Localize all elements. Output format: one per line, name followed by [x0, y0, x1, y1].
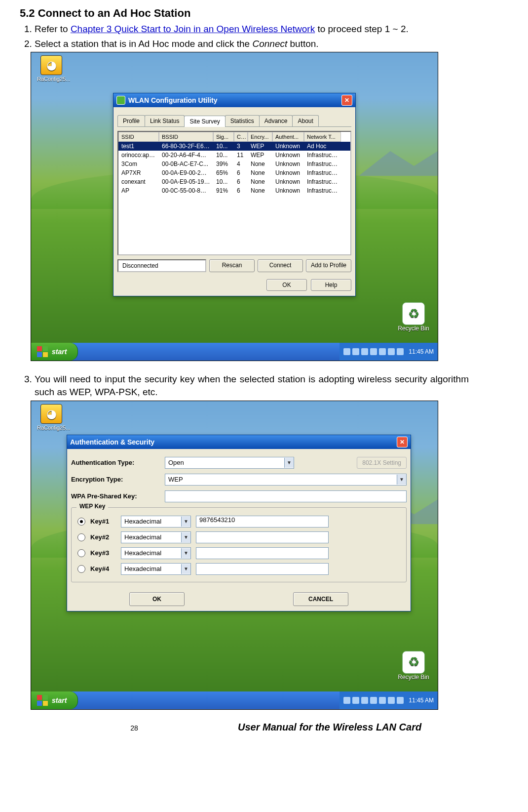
tray-icon[interactable]: [361, 348, 368, 355]
tray-icon[interactable]: [397, 697, 404, 704]
cell-ssid: test1: [118, 142, 159, 151]
tab-advance[interactable]: Advance: [259, 115, 293, 126]
wep-key-format-dropdown[interactable]: Hexadecimal▼: [121, 547, 191, 559]
wep-key-input[interactable]: [196, 531, 329, 543]
wlan-close-button[interactable]: ✕: [341, 95, 352, 106]
wpa-psk-input[interactable]: [165, 490, 407, 502]
start-button[interactable]: start: [31, 343, 78, 361]
col-auth[interactable]: Authent...: [272, 132, 304, 142]
chevron-down-icon: ▼: [181, 517, 190, 527]
cell-ch: 3: [234, 142, 248, 151]
chevron-down-icon: ▼: [181, 564, 190, 574]
tray-icon[interactable]: [379, 697, 386, 704]
tray-icon[interactable]: [370, 348, 377, 355]
chevron-down-icon: ▼: [397, 475, 406, 485]
col-encryption[interactable]: Encry...: [248, 132, 272, 142]
wep-key-radio[interactable]: [77, 549, 85, 557]
col-bssid[interactable]: BSSID: [159, 132, 213, 142]
table-row[interactable]: 3Com00-0B-AC-E7-C...39%4NoneUnknownInfra…: [118, 160, 350, 168]
tray-icon[interactable]: [388, 697, 395, 704]
wep-key-input[interactable]: [196, 563, 329, 575]
tray-icon[interactable]: [352, 348, 359, 355]
tab-profile[interactable]: Profile: [117, 115, 145, 126]
wep-key-input[interactable]: 9876543210: [196, 516, 329, 528]
step2-text: Select a station that is in Ad Hoc mode …: [35, 39, 252, 49]
cell-ch: 6: [234, 177, 248, 186]
connect-button[interactable]: Connect: [258, 259, 303, 272]
recycle-bin[interactable]: ♻ Recycle Bin: [396, 302, 431, 332]
cell-auth: Unknown: [272, 186, 304, 195]
add-to-profile-button[interactable]: Add to Profile: [306, 259, 351, 272]
recycle-bin-label: Recycle Bin: [396, 325, 431, 332]
desktop-icon-raconfig[interactable]: ◕ RaConfig25...: [37, 404, 66, 431]
step-3: You will need to input the security key …: [35, 373, 469, 398]
tray-icon[interactable]: [343, 697, 350, 704]
wep-key-group: WEP Key Key#1Hexadecimal▼9876543210Key#2…: [71, 507, 407, 582]
tab-about[interactable]: About: [292, 115, 318, 126]
auth-ok-button[interactable]: OK: [129, 592, 185, 606]
wlan-body: Profile Link Status Site Survey Statisti…: [113, 107, 355, 296]
tray-icon[interactable]: [397, 348, 404, 355]
desktop-icon-raconfig[interactable]: ◕ RaConfig25...: [37, 55, 66, 82]
encryption-type-dropdown[interactable]: WEP ▼: [165, 474, 407, 486]
auth-security-window: Authentication & Security ✕ Authenticati…: [67, 435, 411, 611]
page-footer: 28 User Manual for the Wireless LAN Card: [31, 722, 469, 733]
wep-key-radio[interactable]: [77, 518, 85, 526]
step2-connect-word: Connect: [252, 39, 287, 49]
table-row[interactable]: orinoco:ap600g00-20-A6-4F-4D-...10...11W…: [118, 151, 350, 160]
wep-key-radio[interactable]: [77, 565, 85, 573]
cell-sig: 39%: [213, 160, 234, 168]
cell-ch: 6: [234, 186, 248, 195]
auth-cancel-button[interactable]: CANCEL: [293, 592, 348, 606]
help-button[interactable]: Help: [311, 279, 351, 291]
cell-ch: 11: [234, 151, 248, 160]
wep-key-input[interactable]: [196, 547, 329, 559]
tray-icon[interactable]: [370, 697, 377, 704]
start-button[interactable]: start: [31, 691, 78, 709]
tab-link-status[interactable]: Link Status: [145, 115, 185, 126]
wlan-titlebar[interactable]: WLAN Configuration Utility ✕: [113, 93, 355, 107]
chapter3-link[interactable]: Chapter 3 Quick Start to Join in an Open…: [71, 24, 315, 34]
ok-button[interactable]: OK: [266, 279, 307, 291]
auth-titlebar[interactable]: Authentication & Security ✕: [67, 435, 411, 449]
cell-ch: 4: [234, 160, 248, 168]
col-signal[interactable]: Sig...: [213, 132, 234, 142]
cell-ssid: AP7XR: [118, 168, 159, 177]
auth-type-dropdown[interactable]: Open ▼: [165, 457, 294, 469]
system-tray[interactable]: 11:45 AM: [339, 343, 438, 361]
tray-icon[interactable]: [379, 348, 386, 355]
wep-key-format-value: Hexadecimal: [121, 549, 181, 557]
cell-sig: 10...: [213, 151, 234, 160]
tab-statistics[interactable]: Statistics: [225, 115, 260, 126]
rescan-button[interactable]: Rescan: [209, 259, 255, 272]
cell-nw: Infrastruct...: [304, 151, 341, 160]
col-channel[interactable]: C...: [234, 132, 248, 142]
network-list[interactable]: SSID BSSID Sig... C... Encry... Authent.…: [117, 131, 351, 255]
table-row[interactable]: AP00-0C-55-00-8A-...91%6NoneUnknownInfra…: [118, 186, 350, 195]
tab-site-survey[interactable]: Site Survey: [184, 116, 225, 127]
tray-icon[interactable]: [352, 697, 359, 704]
encryption-type-value: WEP: [165, 476, 397, 483]
step-1: Refer to Chapter 3 Quick Start to Join i…: [35, 23, 469, 36]
tray-icon[interactable]: [361, 697, 368, 704]
list-empty-area: [118, 195, 350, 254]
wep-key-radio[interactable]: [77, 533, 85, 541]
wep-key-format-dropdown[interactable]: Hexadecimal▼: [121, 563, 191, 575]
system-tray[interactable]: 11:45 AM: [339, 691, 438, 709]
auth-close-button[interactable]: ✕: [397, 437, 408, 447]
col-ssid[interactable]: SSID: [118, 132, 159, 142]
table-row[interactable]: test166-80-30-2F-E6-...10...3WEPUnknownA…: [118, 142, 350, 151]
wep-key-format-dropdown[interactable]: Hexadecimal▼: [121, 516, 191, 528]
tray-icon[interactable]: [388, 348, 395, 355]
recycle-bin[interactable]: ♻ Recycle Bin: [396, 651, 431, 681]
auth-title-text: Authentication & Security: [70, 438, 154, 446]
wep-key-format-dropdown[interactable]: Hexadecimal▼: [121, 531, 191, 543]
tray-icon[interactable]: [343, 348, 350, 355]
table-row[interactable]: conexant00-0A-E9-05-19-...10...6NoneUnkn…: [118, 177, 350, 186]
table-row[interactable]: AP7XR00-0A-E9-00-2F-...65%6NoneUnknownIn…: [118, 168, 350, 177]
cell-auth: Unknown: [272, 177, 304, 186]
cell-nw: Infrastruct...: [304, 177, 341, 186]
col-network-type[interactable]: Network T...: [304, 132, 341, 142]
step-list: Refer to Chapter 3 Quick Start to Join i…: [20, 23, 469, 50]
cell-auth: Unknown: [272, 160, 304, 168]
